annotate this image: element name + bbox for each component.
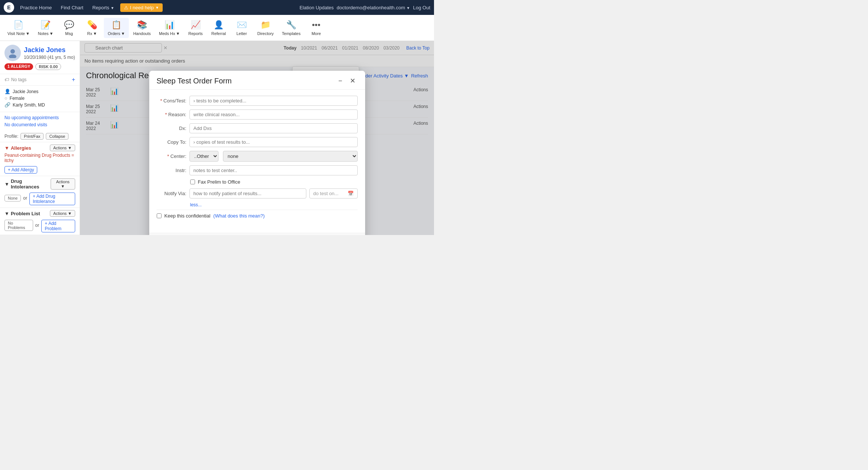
toolbar-rx[interactable]: 💊 Rx ▼ <box>81 18 103 38</box>
svg-point-0 <box>10 49 15 54</box>
history-section: ▼ History Export to Note PMH: PSH: <box>0 235 80 235</box>
drug-intolerances-header[interactable]: ▼ Drug Intolerances Actions ▼ <box>4 178 75 190</box>
modal-title: Sleep Test Order Form <box>157 77 232 85</box>
collapse-button[interactable]: Collapse <box>46 133 68 140</box>
toolbar-letter[interactable]: ✉️ Letter <box>230 18 253 38</box>
dx-row: Dx: <box>157 123 358 133</box>
toolbar-more-label: More <box>312 31 321 36</box>
patient-info-doctor-icon: 🔗 <box>4 102 10 108</box>
problem-list-title: ▼ Problem List <box>4 211 40 216</box>
add-tag-button[interactable]: + <box>72 76 75 83</box>
toolbar-rx-label: Rx ▼ <box>87 31 97 36</box>
notify-row: Notify Via: do test on... 📅 <box>157 188 358 199</box>
calendar-icon: 📅 <box>348 191 354 196</box>
no-appointments: No upcoming appointments No documented v… <box>0 112 80 131</box>
print-fax-button[interactable]: Print/Fax <box>20 133 44 140</box>
center-select-2[interactable]: none <box>223 151 358 162</box>
msg-icon: 💬 <box>64 20 74 30</box>
help-button[interactable]: ⚠ I need help ▼ <box>120 3 163 12</box>
reason-label: * Reason: <box>157 112 186 117</box>
drug-or-label: or <box>23 196 27 201</box>
patient-tags: 🏷 No tags + <box>0 74 80 86</box>
cons-test-input[interactable] <box>189 96 358 106</box>
nav-reports[interactable]: Reports ▼ <box>89 3 117 12</box>
cons-test-label: * Cons/Test: <box>157 98 186 104</box>
patient-name[interactable]: Jackie Jones <box>24 46 75 54</box>
modal-footer: Print & Close Sign & Close Save as Draft… <box>149 233 365 235</box>
drug-row: None or + Add Drug Intolerance <box>4 191 75 205</box>
toolbar-meds-hx[interactable]: 📊 Meds Hx ▼ <box>155 18 184 38</box>
orders-icon: 📋 <box>111 20 121 30</box>
nav-practice-home[interactable]: Practice Home <box>17 3 55 12</box>
toolbar-more[interactable]: ••• More <box>305 18 327 38</box>
patient-info-gender-row: ○ Female <box>4 95 75 101</box>
user-email[interactable]: doctordemo@elationhealth.com ▼ <box>336 5 410 10</box>
fax-prelim-row: Fax Prelim to Office <box>190 179 358 185</box>
referral-icon: 👤 <box>214 20 224 30</box>
patient-info-name: Jackie Jones <box>13 89 38 94</box>
toolbar-handouts[interactable]: 📚 Handouts <box>130 18 154 38</box>
center-select-1[interactable]: ..Other <box>189 151 218 162</box>
allergy-item: Peanut-containing Drug Products = itchy <box>4 151 75 165</box>
problem-list-actions-button[interactable]: Actions ▼ <box>50 210 75 217</box>
toolbar-letter-label: Letter <box>236 31 247 36</box>
modal-header: Sleep Test Order Form − ✕ <box>149 71 365 90</box>
patient-info-name-row: 👤 Jackie Jones <box>4 89 75 94</box>
toolbar-orders[interactable]: 📋 Orders ▼ <box>104 18 129 38</box>
logout-button[interactable]: Log Out <box>413 5 430 10</box>
toolbar-reports-label: Reports <box>188 31 203 36</box>
top-nav-right: Elation Updates doctordemo@elationhealth… <box>300 5 430 10</box>
fax-prelim-label: Fax Prelim to Office <box>198 179 240 185</box>
instr-input[interactable] <box>189 165 358 175</box>
nav-find-chart[interactable]: Find Chart <box>58 3 86 12</box>
dx-input[interactable] <box>189 123 358 133</box>
dx-label: Dx: <box>157 126 186 131</box>
toolbar-directory[interactable]: 📁 Directory <box>253 18 277 38</box>
patient-sidebar: Jackie Jones 10/20/1980 (41 yrs, 5 mo) 1… <box>0 41 80 235</box>
toolbar-visit-note[interactable]: 📄 Visit Note ▼ <box>4 18 33 38</box>
patient-info-gender-icon: ○ <box>4 95 7 101</box>
toolbar-meds-hx-label: Meds Hx ▼ <box>159 31 180 36</box>
badge-row: 1 ALLERGY RISK 0.00 <box>4 63 75 70</box>
patient-dob: 10/20/1980 (41 yrs, 5 mo) <box>24 55 75 60</box>
drug-intolerances-actions-button[interactable]: Actions ▼ <box>51 178 75 190</box>
elation-updates[interactable]: Elation Updates <box>300 5 334 10</box>
less-link[interactable]: less... <box>190 202 358 207</box>
allergies-header[interactable]: ▼ Allergies Actions ▼ <box>4 145 75 151</box>
toolbar-templates[interactable]: 🔧 Templates <box>278 18 304 38</box>
confidential-link[interactable]: (What does this mean?) <box>213 213 265 219</box>
date-placeholder: do test on... <box>313 191 339 196</box>
meds-hx-icon: 📊 <box>165 20 175 30</box>
toolbar-notes-label: Notes ▼ <box>38 31 54 36</box>
modal-minimize-button[interactable]: − <box>336 76 345 86</box>
patient-info: 👤 Jackie Jones ○ Female 🔗 Karly Smith, M… <box>0 86 80 112</box>
main-content: Jackie Jones 10/20/1980 (41 yrs, 5 mo) 1… <box>0 41 434 235</box>
visit-note-icon: 📄 <box>13 20 23 30</box>
copy-to-input[interactable] <box>189 137 358 147</box>
drug-intolerances-title: ▼ Drug Intolerances <box>4 178 51 190</box>
toolbar-referral[interactable]: 👤 Referral <box>207 18 230 38</box>
reason-input[interactable] <box>189 109 358 120</box>
fax-prelim-checkbox[interactable] <box>190 180 195 184</box>
allergies-actions-button[interactable]: Actions ▼ <box>50 145 75 151</box>
toolbar-notes[interactable]: 📝 Notes ▼ <box>34 18 57 38</box>
chart-area: 🔍 ✕ Today 10/2021 06/2021 01/2021 08/202… <box>80 41 434 235</box>
profile-row: Profile: Print/Fax Collapse <box>0 131 80 142</box>
problem-list-header[interactable]: ▼ Problem List Actions ▼ <box>4 210 75 217</box>
add-drug-button[interactable]: + Add Drug Intolerance <box>29 193 75 205</box>
drug-none-label: None <box>4 195 21 201</box>
toolbar-reports[interactable]: 📈 Reports <box>184 18 207 38</box>
date-input[interactable]: do test on... 📅 <box>309 188 358 199</box>
add-problem-button[interactable]: + Add Problem <box>41 220 75 232</box>
notify-input[interactable] <box>189 188 306 199</box>
patient-info-name-icon: 👤 <box>4 89 10 94</box>
toolbar-msg[interactable]: 💬 Msg <box>58 18 80 38</box>
sleep-test-modal: Sleep Test Order Form − ✕ * Cons/Test: *… <box>149 71 365 235</box>
confidential-checkbox[interactable] <box>157 213 162 218</box>
modal-close-button[interactable]: ✕ <box>348 76 358 86</box>
cons-test-row: * Cons/Test: <box>157 96 358 106</box>
copy-to-label: Copy To: <box>157 139 186 145</box>
add-allergy-button[interactable]: + Add Allergy <box>4 166 37 174</box>
allergy-badge[interactable]: 1 ALLERGY <box>4 63 33 70</box>
toolbar-msg-label: Msg <box>65 31 73 36</box>
